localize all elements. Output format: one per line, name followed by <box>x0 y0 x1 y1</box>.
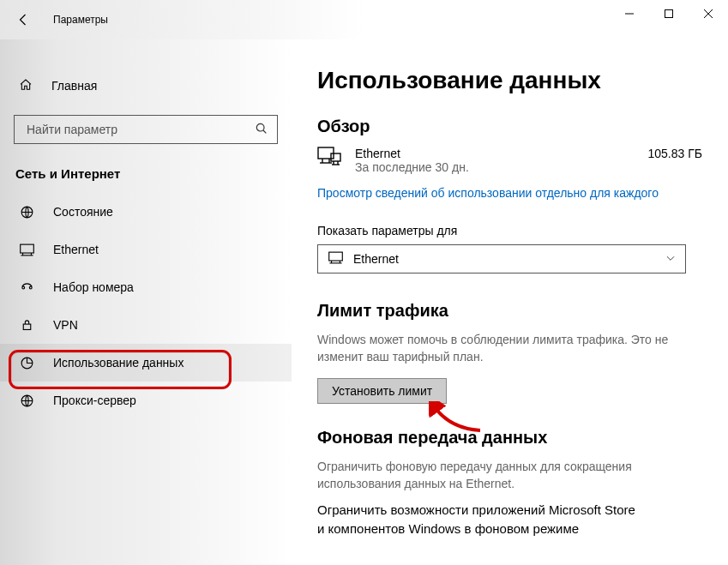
sidebar-item-vpn[interactable]: VPN <box>0 306 292 344</box>
svg-point-4 <box>256 123 264 131</box>
per-app-usage-link[interactable]: Просмотр сведений об использовании отдел… <box>317 186 659 200</box>
sidebar-home[interactable]: Главная <box>0 70 292 101</box>
network-name: Ethernet <box>355 147 469 160</box>
ethernet-icon <box>328 251 343 267</box>
sidebar-item-ethernet[interactable]: Ethernet <box>0 231 292 268</box>
network-usage: 105.83 ГБ <box>648 147 702 160</box>
sidebar-item-label: Ethernet <box>53 243 99 256</box>
minimize-button[interactable] <box>610 0 649 27</box>
sidebar-item-label: Прокси-сервер <box>53 394 136 407</box>
window-title: Параметры <box>53 14 108 26</box>
page-title: Использование данных <box>317 67 702 94</box>
maximize-button[interactable] <box>649 0 689 27</box>
background-data-body: Ограничить возможности приложений Micros… <box>317 501 702 538</box>
sidebar-item-status[interactable]: Состояние <box>0 193 292 231</box>
svg-rect-14 <box>23 324 31 329</box>
sidebar-item-data-usage[interactable]: Использование данных <box>0 344 292 382</box>
svg-line-5 <box>263 130 266 133</box>
svg-point-13 <box>29 286 32 289</box>
svg-rect-1 <box>665 10 673 18</box>
sidebar-item-label: VPN <box>53 318 78 332</box>
dialup-icon <box>19 280 34 295</box>
show-settings-for-label: Показать параметры для <box>317 224 702 237</box>
sidebar: Главная Сеть и Интернет Состояние Ethern… <box>0 39 292 565</box>
network-selector-value: Ethernet <box>353 252 654 266</box>
search-box[interactable] <box>14 115 278 144</box>
sidebar-menu: Состояние Ethernet Набор номера VPN <box>0 193 292 419</box>
sidebar-item-label: Использование данных <box>53 356 184 370</box>
svg-rect-26 <box>329 252 343 261</box>
chevron-down-icon <box>665 252 677 267</box>
window-controls <box>610 0 728 27</box>
proxy-icon <box>19 394 34 408</box>
vpn-icon <box>19 318 34 333</box>
sidebar-item-proxy[interactable]: Прокси-сервер <box>0 382 292 419</box>
main-content: Использование данных Обзор Ethernet За п… <box>292 39 728 565</box>
sidebar-home-label: Главная <box>51 79 97 93</box>
network-icon <box>317 147 341 170</box>
data-limit-heading: Лимит трафика <box>317 301 702 321</box>
status-icon <box>19 205 34 219</box>
network-period: За последние 30 дн. <box>355 160 469 174</box>
background-data-description: Ограничить фоновую передачу данных для с… <box>317 458 702 493</box>
overview-row: Ethernet За последние 30 дн. 105.83 ГБ <box>317 147 702 174</box>
sidebar-item-label: Состояние <box>53 205 113 219</box>
sidebar-category: Сеть и Интернет <box>0 166 292 181</box>
data-usage-icon <box>19 356 34 370</box>
data-limit-description: Windows может помочь в соблюдении лимита… <box>317 331 702 366</box>
svg-rect-22 <box>331 153 340 161</box>
sidebar-item-dialup[interactable]: Набор номера <box>0 268 292 306</box>
svg-rect-8 <box>20 244 33 253</box>
background-data-heading: Фоновая передача данных <box>317 428 702 448</box>
ethernet-icon <box>19 243 34 256</box>
search-input[interactable] <box>25 122 255 137</box>
network-selector[interactable]: Ethernet <box>317 244 686 273</box>
close-button[interactable] <box>689 0 728 27</box>
home-icon <box>19 78 33 94</box>
search-icon <box>255 122 268 138</box>
sidebar-item-label: Набор номера <box>53 280 134 294</box>
set-limit-button[interactable]: Установить лимит <box>317 378 447 404</box>
svg-point-12 <box>21 286 24 289</box>
overview-heading: Обзор <box>317 117 702 136</box>
back-button[interactable] <box>10 6 38 33</box>
